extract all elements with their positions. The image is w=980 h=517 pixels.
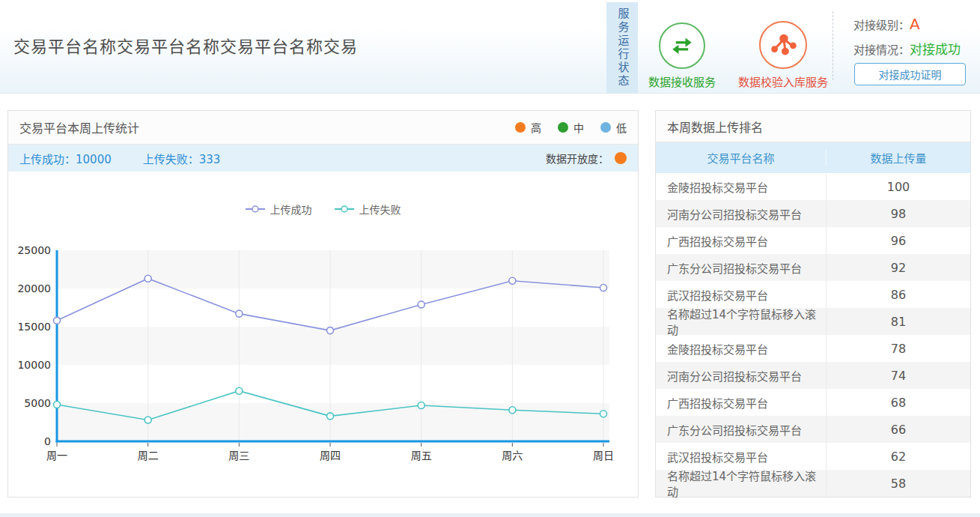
docking-level-label: 对接级别： — [853, 16, 910, 32]
platform-name-cell[interactable]: 武汉招投标交易平台 — [656, 281, 827, 308]
docking-status-label: 对接情况： — [853, 41, 910, 57]
share-network-icon — [759, 21, 807, 69]
upload-stats-title: 交易平台本周上传统计 — [19, 118, 139, 136]
svg-text:15000: 15000 — [17, 321, 51, 333]
transfer-arrows-icon — [659, 22, 705, 69]
legend-dot-icon — [558, 122, 568, 133]
service-data-receive: 数据接收服务 — [641, 22, 723, 89]
upload-amount-cell: 66 — [827, 416, 970, 443]
table-row[interactable]: 名称超过14个字符鼠标移入滚动81 — [656, 308, 970, 335]
upload-amount-cell: 92 — [827, 254, 970, 281]
upload-amount-cell: 96 — [827, 227, 970, 254]
docking-status-value: 对接成功 — [910, 39, 961, 58]
table-row[interactable]: 名称超过14个字符鼠标移入滚动58 — [656, 470, 970, 497]
platform-name-cell[interactable]: 河南分公司招投标交易平台 — [656, 200, 827, 227]
column-platform-name: 交易平台名称 — [656, 150, 827, 166]
priority-legend: 高中低 — [515, 120, 627, 135]
svg-text:25000: 25000 — [17, 244, 51, 256]
series-marker-icon — [335, 205, 354, 213]
upload-amount-cell: 68 — [827, 389, 970, 416]
svg-text:周五: 周五 — [411, 450, 432, 462]
priority-legend-item: 中 — [558, 120, 584, 135]
svg-text:5000: 5000 — [24, 397, 51, 409]
upload-amount-cell: 86 — [827, 281, 970, 308]
table-row[interactable]: 金陵招投标交易平台100 — [656, 173, 970, 200]
table-row[interactable]: 武汉招投标交易平台86 — [656, 281, 970, 308]
svg-text:周四: 周四 — [320, 450, 341, 462]
platform-name-cell[interactable]: 广东分公司招投标交易平台 — [656, 254, 827, 281]
header-divider — [833, 11, 833, 80]
table-row[interactable]: 广西招投标交易平台96 — [656, 227, 970, 254]
upload-amount-cell: 74 — [827, 362, 970, 389]
priority-legend-item: 高 — [515, 120, 541, 135]
platform-name-cell[interactable]: 广东分公司招投标交易平台 — [656, 416, 827, 443]
svg-text:周一: 周一 — [46, 450, 67, 462]
upload-success-stat: 上传成功：10000 — [19, 151, 112, 166]
chart-legend-item[interactable]: 上传失败 — [335, 202, 401, 217]
svg-text:20000: 20000 — [17, 282, 51, 294]
svg-text:周二: 周二 — [138, 450, 159, 462]
docking-level-value: A — [910, 15, 920, 33]
svg-text:周日: 周日 — [593, 450, 614, 462]
chart-legend: 上传成功上传失败 — [8, 202, 638, 217]
data-openness-label: 数据开放度： — [546, 151, 609, 166]
ranking-title: 本周数据上传排名 — [667, 118, 763, 136]
ranking-table-header: 交易平台名称 数据上传量 — [656, 142, 970, 173]
service-data-validate-store-label: 数据校验入库服务 — [734, 73, 833, 89]
upload-amount-cell: 81 — [827, 308, 970, 335]
docking-info: 对接级别： A 对接情况： 对接成功 — [853, 15, 973, 64]
platform-name-cell[interactable]: 名称超过14个字符鼠标移入滚动 — [656, 308, 827, 335]
upload-fail-stat: 上传失败：333 — [143, 151, 221, 166]
svg-text:0: 0 — [44, 435, 51, 447]
upload-amount-cell: 98 — [827, 200, 970, 227]
ranking-panel: 本周数据上传排名 交易平台名称 数据上传量 金陵招投标交易平台100河南分公司招… — [655, 110, 971, 498]
column-upload-amount: 数据上传量 — [827, 150, 970, 166]
legend-label: 高 — [531, 120, 541, 135]
table-row[interactable]: 武汉招投标交易平台62 — [656, 443, 970, 470]
page-title: 交易平台名称交易平台名称交易平台名称交易 — [13, 33, 358, 57]
platform-name-cell[interactable]: 河南分公司招投标交易平台 — [656, 362, 827, 389]
ranking-table-body: 金陵招投标交易平台100河南分公司招投标交易平台98广西招投标交易平台96广东分… — [656, 173, 970, 497]
tab-service-run-status[interactable]: 服务运行状态 — [606, 2, 638, 94]
platform-name-cell[interactable]: 金陵招投标交易平台 — [656, 173, 827, 200]
series-marker-icon — [246, 205, 265, 213]
svg-text:周三: 周三 — [228, 450, 249, 462]
svg-text:10000: 10000 — [17, 359, 51, 371]
chart-legend-item[interactable]: 上传成功 — [246, 202, 312, 217]
page-header: 交易平台名称交易平台名称交易平台名称交易 服务运行状态 数据接收服务 — [0, 0, 980, 94]
table-row[interactable]: 河南分公司招投标交易平台74 — [656, 362, 970, 389]
table-row[interactable]: 广东分公司招投标交易平台92 — [656, 254, 970, 281]
footer-bar — [0, 513, 980, 517]
table-row[interactable]: 广西招投标交易平台68 — [656, 389, 970, 416]
weekly-upload-chart: 上传成功上传失败 周一周二周三周四周五周六周日05000100001500020… — [8, 172, 638, 498]
svg-text:周六: 周六 — [502, 450, 523, 462]
legend-label: 中 — [573, 120, 584, 135]
legend-label: 低 — [616, 120, 627, 135]
platform-name-cell[interactable]: 广西招投标交易平台 — [656, 227, 827, 254]
stats-bar: 上传成功：10000 上传失败：333 数据开放度： — [8, 145, 638, 172]
service-data-receive-label: 数据接收服务 — [641, 73, 723, 89]
service-data-validate-store: 数据校验入库服务 — [734, 21, 833, 89]
upload-stats-panel: 交易平台本周上传统计 高中低 上传成功：10000 上传失败：333 数据开放度… — [7, 110, 639, 498]
table-row[interactable]: 金陵招投标交易平台78 — [656, 335, 970, 362]
chart-legend-label: 上传成功 — [270, 202, 312, 217]
data-openness: 数据开放度： — [546, 151, 627, 166]
platform-name-cell[interactable]: 名称超过14个字符鼠标移入滚动 — [656, 470, 827, 497]
docking-success-proof-button[interactable]: 对接成功证明 — [854, 63, 966, 85]
table-row[interactable]: 广东分公司招投标交易平台66 — [656, 416, 970, 443]
priority-legend-item: 低 — [600, 120, 627, 135]
platform-name-cell[interactable]: 武汉招投标交易平台 — [656, 443, 827, 470]
upload-amount-cell: 62 — [827, 443, 970, 470]
chart-legend-label: 上传失败 — [359, 202, 401, 217]
upload-amount-cell: 58 — [827, 470, 970, 497]
legend-dot-icon — [600, 122, 611, 133]
legend-dot-icon — [515, 122, 526, 133]
platform-name-cell[interactable]: 广西招投标交易平台 — [656, 389, 827, 416]
platform-name-cell[interactable]: 金陵招投标交易平台 — [656, 335, 827, 362]
table-row[interactable]: 河南分公司招投标交易平台98 — [656, 200, 970, 227]
openness-dot-icon — [615, 152, 627, 164]
upload-amount-cell: 100 — [827, 173, 970, 200]
line-chart: 周一周二周三周四周五周六周日0500010000150002000025000 — [8, 217, 638, 471]
upload-amount-cell: 78 — [827, 335, 970, 362]
dashboard: 交易平台名称交易平台名称交易平台名称交易 服务运行状态 数据接收服务 — [0, 0, 980, 517]
